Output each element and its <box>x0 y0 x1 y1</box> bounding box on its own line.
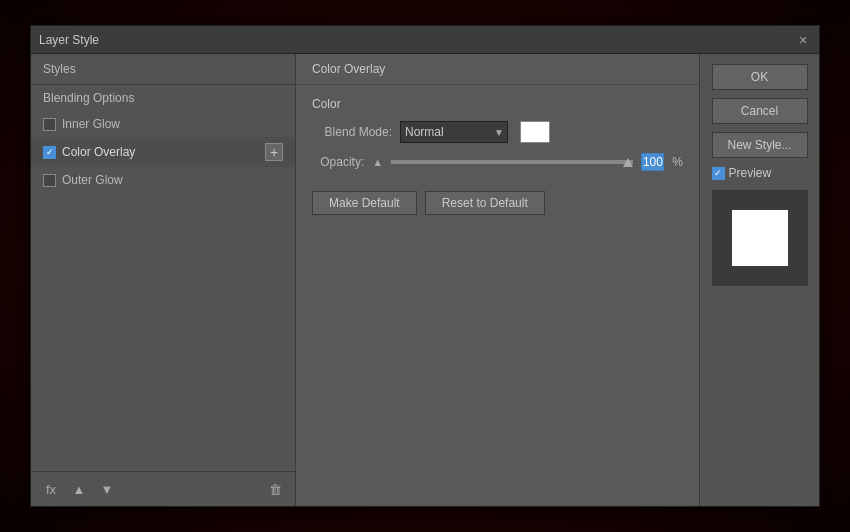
new-style-button[interactable]: New Style... <box>712 132 808 158</box>
dialog-title: Layer Style <box>39 33 99 47</box>
right-panel: OK Cancel New Style... Preview <box>699 54 819 506</box>
move-up-button[interactable]: ▲ <box>67 478 91 500</box>
action-buttons: Make Default Reset to Default <box>312 191 683 215</box>
preview-canvas <box>712 190 808 286</box>
inner-glow-label: Inner Glow <box>62 117 283 131</box>
preview-row: Preview <box>712 166 808 180</box>
opacity-percent: % <box>672 155 683 169</box>
dialog-body: Styles Blending Options Inner Glow Color… <box>31 54 819 506</box>
move-down-button[interactable]: ▼ <box>95 478 119 500</box>
opacity-label: Opacity: <box>312 155 364 169</box>
reset-to-default-button[interactable]: Reset to Default <box>425 191 545 215</box>
blend-mode-select-wrapper: Normal Dissolve Multiply Screen Overlay … <box>400 121 508 143</box>
color-overlay-label: Color Overlay <box>62 145 259 159</box>
opacity-row: Opacity: ▲ 100 % <box>312 153 683 171</box>
blend-mode-select[interactable]: Normal Dissolve Multiply Screen Overlay <box>400 121 508 143</box>
sidebar-item-blending-options[interactable]: Blending Options <box>31 85 295 111</box>
delete-button[interactable]: 🗑 <box>263 478 287 500</box>
color-sub-label: Color <box>312 97 683 111</box>
blend-mode-row: Blend Mode: Normal Dissolve Multiply Scr… <box>312 121 683 143</box>
title-bar: Layer Style × <box>31 26 819 54</box>
opacity-value[interactable]: 100 <box>641 153 664 171</box>
sidebar-item-inner-glow[interactable]: Inner Glow <box>31 111 295 137</box>
left-panel: Styles Blending Options Inner Glow Color… <box>31 54 296 506</box>
color-overlay-checkbox[interactable] <box>43 146 56 159</box>
color-swatch[interactable] <box>520 121 550 143</box>
left-panel-footer: fx ▲ ▼ 🗑 <box>31 471 295 506</box>
sidebar-item-outer-glow[interactable]: Outer Glow <box>31 167 295 193</box>
inner-glow-checkbox[interactable] <box>43 118 56 131</box>
styles-list: Blending Options Inner Glow Color Overla… <box>31 85 295 471</box>
color-overlay-content: Color Blend Mode: Normal Dissolve Multip… <box>296 85 699 227</box>
opacity-slider[interactable] <box>391 160 633 164</box>
preview-checkbox[interactable] <box>712 167 725 180</box>
ok-button[interactable]: OK <box>712 64 808 90</box>
preview-white-box <box>732 210 788 266</box>
outer-glow-label: Outer Glow <box>62 173 283 187</box>
preview-label: Preview <box>729 166 772 180</box>
cancel-button[interactable]: Cancel <box>712 98 808 124</box>
outer-glow-checkbox[interactable] <box>43 174 56 187</box>
center-panel: Color Overlay Color Blend Mode: Normal D… <box>296 54 699 506</box>
add-color-overlay-button[interactable]: + <box>265 143 283 161</box>
opacity-slider-icon: ▲ <box>372 156 383 168</box>
blend-mode-label: Blend Mode: <box>312 125 392 139</box>
section-header: Color Overlay <box>296 54 699 85</box>
sidebar-item-color-overlay[interactable]: Color Overlay + <box>31 137 295 167</box>
fx-button[interactable]: fx <box>39 478 63 500</box>
make-default-button[interactable]: Make Default <box>312 191 417 215</box>
blending-options-label: Blending Options <box>43 91 283 105</box>
layer-style-dialog: Layer Style × Styles Blending Options In… <box>30 25 820 507</box>
close-button[interactable]: × <box>795 32 811 48</box>
styles-header: Styles <box>31 54 295 85</box>
